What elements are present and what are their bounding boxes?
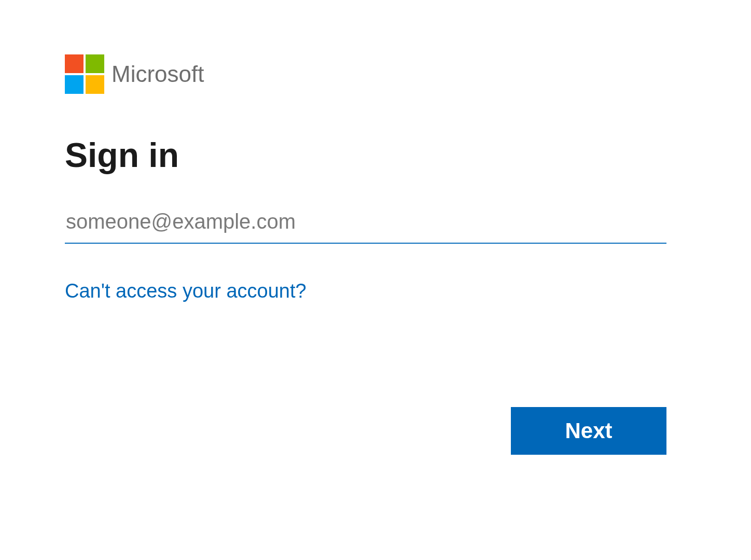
email-input[interactable] (65, 206, 666, 244)
brand-row: Microsoft (65, 54, 666, 94)
signin-panel: Microsoft Sign in Can't access your acco… (65, 54, 666, 302)
signin-heading: Sign in (65, 135, 666, 175)
brand-name: Microsoft (112, 61, 204, 87)
microsoft-logo-icon (65, 54, 104, 94)
next-button[interactable]: Next (511, 407, 666, 455)
cant-access-account-link[interactable]: Can't access your account? (65, 280, 307, 302)
